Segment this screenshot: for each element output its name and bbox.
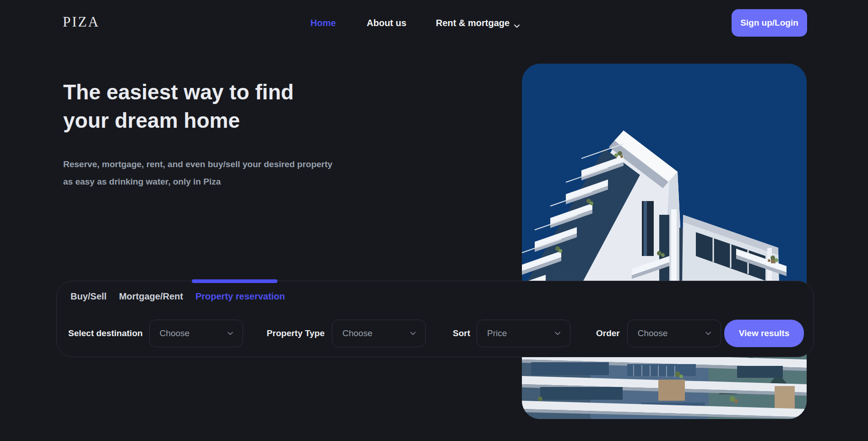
nav-rent-mortgage[interactable]: Rent & mortgage xyxy=(436,16,520,29)
nav-home[interactable]: Home xyxy=(310,16,336,29)
hero-building-image xyxy=(522,64,807,419)
page-title-line1: The easiest way to find xyxy=(63,80,294,104)
page-title: The easiest way to find your dream home xyxy=(63,78,294,135)
sort-label: Sort xyxy=(453,328,470,338)
brand-logo[interactable]: PIZA xyxy=(63,14,100,30)
hero-subtitle-line2: as easy as drinking water, only in Piza xyxy=(63,177,221,186)
destination-value: Choose xyxy=(160,328,190,338)
chevron-down-icon xyxy=(554,330,561,337)
order-select[interactable]: Choose xyxy=(627,320,721,347)
search-panel: Buy/Sell Mortgage/Rent Property reservat… xyxy=(56,281,814,357)
view-results-button[interactable]: View results xyxy=(724,320,804,347)
destination-select[interactable]: Choose xyxy=(149,320,243,347)
nav-about-us[interactable]: About us xyxy=(367,16,407,29)
nav-home-label: Home xyxy=(310,16,336,29)
search-tabs: Buy/Sell Mortgage/Rent Property reservat… xyxy=(71,291,285,302)
chevron-down-icon xyxy=(705,330,711,337)
page-title-line2: your dream home xyxy=(63,109,240,132)
tab-property-reservation[interactable]: Property reservation xyxy=(195,291,285,302)
property-type-label: Property Type xyxy=(267,328,325,338)
nav-rent-mortgage-label: Rent & mortgage xyxy=(436,16,510,29)
chevron-down-icon xyxy=(410,330,416,337)
chevron-down-icon xyxy=(514,20,520,26)
filter-row: Select destination Choose Property Type … xyxy=(68,320,804,347)
building-illustration xyxy=(522,64,807,419)
property-type-select[interactable]: Choose xyxy=(332,320,426,347)
tab-mortgage-rent[interactable]: Mortgage/Rent xyxy=(119,291,183,302)
active-tab-indicator xyxy=(192,279,277,283)
destination-label: Select destination xyxy=(68,328,143,338)
page: PIZA Home About us Rent & mortgage Sign … xyxy=(0,0,868,441)
tab-buy-sell[interactable]: Buy/Sell xyxy=(71,291,107,302)
hero-subtitle: Reserve, mortgage, rent, and even buy/se… xyxy=(63,156,332,191)
nav-about-us-label: About us xyxy=(367,16,407,29)
order-label: Order xyxy=(596,328,620,338)
chevron-down-icon xyxy=(227,330,233,337)
property-type-value: Choose xyxy=(342,328,373,338)
order-value: Choose xyxy=(638,328,668,338)
sort-select[interactable]: Price xyxy=(477,320,570,347)
sort-value: Price xyxy=(487,328,507,338)
hero-subtitle-line1: Reserve, mortgage, rent, and even buy/se… xyxy=(63,159,332,169)
signup-login-button[interactable]: Sign up/Login xyxy=(732,9,807,37)
